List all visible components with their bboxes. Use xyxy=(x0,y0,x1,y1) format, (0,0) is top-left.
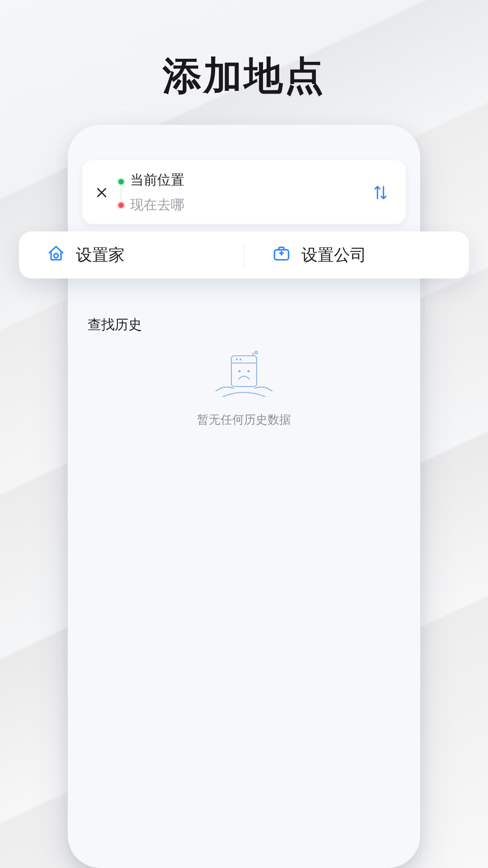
svg-point-15 xyxy=(238,370,240,372)
briefcase-icon xyxy=(272,243,291,267)
route-connector-icon xyxy=(121,187,122,200)
page-title: 添加地点 xyxy=(0,50,488,103)
route-search-card: 当前位置 现在去哪 xyxy=(82,160,406,224)
swap-icon[interactable] xyxy=(368,180,393,205)
svg-point-12 xyxy=(239,359,241,360)
svg-point-16 xyxy=(247,370,249,372)
destination-dot-icon xyxy=(118,203,124,208)
route-dots xyxy=(118,177,124,208)
home-icon xyxy=(46,243,66,267)
history-empty-state: 暂无任何历史数据 xyxy=(68,349,420,428)
svg-rect-9 xyxy=(231,356,257,387)
set-company-button[interactable]: 设置公司 xyxy=(244,243,469,267)
history-empty-text: 暂无任何历史数据 xyxy=(197,412,291,428)
origin-dot-icon xyxy=(118,179,124,184)
set-home-button[interactable]: 设置家 xyxy=(19,243,244,267)
destination-field[interactable]: 现在去哪 xyxy=(130,196,361,214)
svg-point-17 xyxy=(54,253,58,258)
svg-point-14 xyxy=(255,351,257,354)
history-title: 查找历史 xyxy=(68,316,420,334)
svg-point-11 xyxy=(236,359,238,360)
set-company-label: 设置公司 xyxy=(301,244,366,266)
set-home-label: 设置家 xyxy=(76,244,125,266)
route-fields: 当前位置 现在去哪 xyxy=(130,171,361,214)
close-icon[interactable] xyxy=(91,182,112,203)
empty-illustration-icon xyxy=(203,349,285,404)
quick-set-card: 设置家 设置公司 xyxy=(19,231,469,278)
origin-field[interactable]: 当前位置 xyxy=(130,171,361,189)
